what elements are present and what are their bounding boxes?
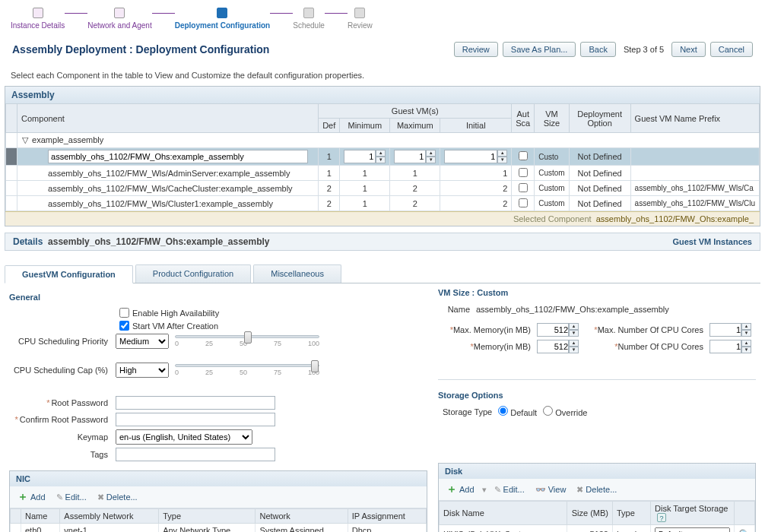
tags-input[interactable] [116,448,275,461]
minimum-spinner[interactable]: ▲▼ [344,150,386,163]
enable-ha-checkbox[interactable] [119,308,129,318]
nic-panel: NIC ＋Add ✎Edit... ✖Delete... Name Assemb… [9,470,427,532]
plus-icon: ＋ [446,483,457,496]
keymap-select[interactable]: en-us (English, United States) [116,429,252,445]
auto-scale-checkbox[interactable] [519,198,528,207]
x-icon: ✖ [97,492,104,502]
priority-slider[interactable] [175,335,319,338]
disk-delete-button[interactable]: ✖Delete... [573,483,620,496]
memory-spinner[interactable]: ▲▼ [537,340,579,353]
page-title: Assembly Deployment : Deployment Configu… [12,43,269,55]
wizard-nav: Instance Details Network and Agent Deplo… [0,0,765,33]
disk-panel: Disk ＋Add ▾ ✎Edit... 👓View ✖Delete... Di… [438,463,756,532]
disk-target-select[interactable]: Default [655,527,730,532]
auto-scale-checkbox[interactable] [519,183,528,192]
auto-scale-checkbox[interactable] [519,168,528,177]
table-row[interactable]: 1 ▲▼ ▲▼ ▲▼ Custo Not Defined [6,148,760,166]
cap-select[interactable]: High [116,363,169,378]
max-cores-spinner[interactable]: ▲▼ [709,323,751,337]
glasses-icon: 👓 [535,485,546,495]
step-schedule[interactable]: Schedule [293,8,325,30]
pencil-icon: ✎ [494,485,501,495]
maximum-spinner[interactable]: ▲▼ [394,150,436,163]
storage-section-label: Storage Options [438,391,756,400]
table-row[interactable]: assembly_ohs_1102/FMW_Wls/Cluster1:examp… [6,196,760,211]
guest-vm-instances-link[interactable]: Guest VM Instances [672,237,752,246]
details-bar: Details assembly_ohs_1102/FMW_Ohs:exampl… [5,233,760,251]
step-review[interactable]: Review [348,8,373,30]
pencil-icon: ✎ [56,492,63,502]
up-arrow-icon: ▲ [376,150,386,157]
enable-ha-label: Enable High Availability [132,309,219,318]
x-icon: ✖ [576,485,583,495]
start-vm-label: Start VM After Creation [132,321,218,331]
table-row[interactable]: assembly_ohs_1102/FMW_Wls/CacheCluster:e… [6,181,760,196]
assembly-header: Assembly [5,87,760,103]
tab-guestvm-config[interactable]: GuestVM Configuration [5,265,133,283]
tab-miscellaneous[interactable]: Miscellaneous [253,264,341,283]
help-icon[interactable]: ? [657,513,666,522]
down-arrow-icon: ▼ [376,157,386,163]
cores-spinner[interactable]: ▲▼ [709,340,751,353]
disk-view-button[interactable]: 👓View [532,483,570,496]
priority-select[interactable]: Medium [116,334,169,349]
tab-product-config[interactable]: Product Configuration [135,264,251,283]
disk-table: Disk Name Size (MB) Type Disk Target Sto… [439,501,755,532]
save-as-plan-button[interactable]: Save As Plan... [503,42,576,57]
next-button[interactable]: Next [671,42,706,57]
step-deployment-config[interactable]: Deployment Configuration [175,8,271,30]
nic-add-button[interactable]: ＋Add [14,489,49,505]
step-indicator: Step 3 of 5 [624,45,664,54]
auto-scale-checkbox[interactable] [519,151,528,160]
table-row[interactable]: eth0 vnet-1 Any Network Type System Assi… [11,524,427,533]
cancel-button[interactable]: Cancel [710,42,753,57]
tree-collapse-icon[interactable]: ▽ [22,135,30,145]
vmsize-name-value: assembly_ohs_1102/FMW_Ohs:example_assemb… [476,305,669,314]
general-section-label: General [9,293,427,302]
page-header: Assembly Deployment : Deployment Configu… [0,33,765,66]
selected-component-footer: Selected Component assembly_ohs_1102/FMW… [5,211,760,226]
step-instance-details[interactable]: Instance Details [11,8,65,30]
tabs-bar: GuestVM Configuration Product Configurat… [5,264,760,283]
assembly-table: Component Guest VM(s) Aut Sca VM Size De… [5,103,760,211]
search-icon[interactable]: 🔍 [738,529,751,533]
storage-override-radio[interactable]: Override [543,406,587,417]
component-name-input[interactable] [48,150,308,163]
nic-table: Name Assembly Network Type Network IP As… [10,508,427,532]
disk-add-button[interactable]: ＋Add [443,481,478,498]
table-row[interactable]: assembly_ohs_1102/FMW_Wls/AdminServer:ex… [6,166,760,181]
plus-icon: ＋ [17,490,28,504]
assembly-panel: Assembly Component Guest VM(s) Aut Sca V… [5,86,760,226]
storage-default-radio[interactable]: Default [498,406,537,417]
back-button[interactable]: Back [580,42,615,57]
disk-edit-button[interactable]: ✎Edit... [491,483,528,496]
table-row[interactable]: KjYjSol5qIaYW_System 5122 Local Default … [440,525,755,533]
nic-delete-button[interactable]: ✖Delete... [94,491,141,504]
confirm-password-input[interactable] [116,413,275,426]
initial-spinner[interactable]: ▲▼ [444,150,507,163]
step-network-agent[interactable]: Network and Agent [87,8,152,30]
tree-root-row[interactable]: ▽ example_assembly [6,133,760,148]
review-button[interactable]: Review [454,42,498,57]
instruction-text: Select each Component in the table to Vi… [0,66,765,84]
root-password-input[interactable] [116,396,275,410]
cap-slider[interactable] [175,364,319,367]
start-vm-checkbox[interactable] [119,321,129,331]
vmsize-section-label: VM Size : Custom [438,288,756,297]
max-memory-spinner[interactable]: ▲▼ [537,323,579,337]
nic-edit-button[interactable]: ✎Edit... [53,491,90,504]
